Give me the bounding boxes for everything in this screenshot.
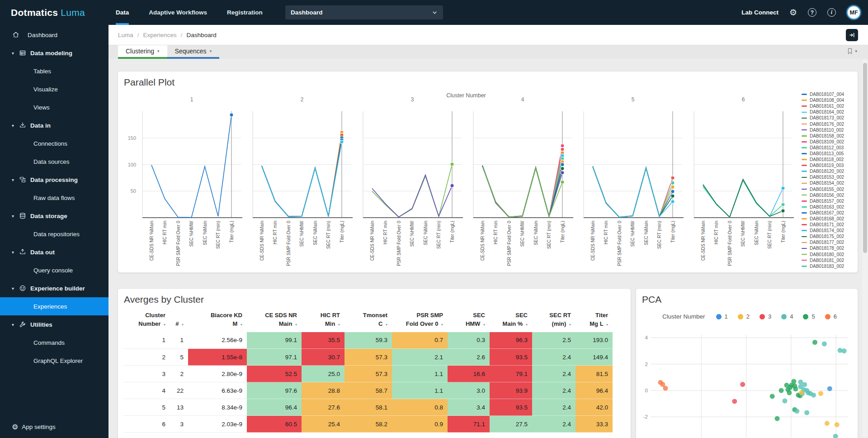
legend-item[interactable]: DAB018167_002 <box>802 210 858 216</box>
pca-legend-item-1[interactable]: 1 <box>716 313 728 320</box>
column-header-sec-rt-min-[interactable]: SEC RT(min) ▾ <box>532 309 576 332</box>
legend-item[interactable]: DAB018108_004 <box>802 97 858 103</box>
column-header-titer-mg-l[interactable]: TiterMg L ▾ <box>576 309 613 332</box>
sidebar-item-graphql-explorer[interactable]: GraphQL Explorer <box>0 352 108 370</box>
sidebar-item-utilities[interactable]: ▾Utilities <box>0 315 108 333</box>
nav-tab-adaptive-workflows[interactable]: Adaptive Workflows <box>149 0 207 25</box>
sidebar-item-data-repositories[interactable]: Data repositories <box>0 225 108 243</box>
legend-item[interactable]: DAB018178_002 <box>802 245 858 251</box>
legend-item[interactable]: DAB018157_002 <box>802 198 858 204</box>
scrollbar-thumb[interactable] <box>863 63 867 253</box>
pca-legend-item-4[interactable]: 4 <box>781 313 793 320</box>
legend-item[interactable]: DAB018168_002 <box>802 216 858 222</box>
info-icon[interactable]: i <box>827 8 836 17</box>
help-icon[interactable]: ? <box>808 8 816 17</box>
legend-item[interactable]: DAB018181_002 <box>802 257 858 263</box>
sidebar-item-data-processing[interactable]: ▾Data processing <box>0 171 108 189</box>
settings-gear-icon[interactable]: ⚙ <box>789 8 797 17</box>
sort-caret-icon[interactable]: ▾ <box>241 323 242 327</box>
sidebar-item-data-out[interactable]: ▾Data out <box>0 243 108 261</box>
sort-caret-icon[interactable]: ▾ <box>338 323 340 327</box>
legend-item[interactable]: DAB018175_002 <box>802 233 858 239</box>
legend-item[interactable]: DAB018173_002 <box>802 115 858 121</box>
sort-caret-icon[interactable]: ▾ <box>164 323 165 327</box>
user-avatar[interactable]: MF <box>847 5 861 19</box>
column-header-sec-main-[interactable]: SECMain % ▾ <box>490 309 532 332</box>
sidebar-item-data-storage[interactable]: ▾Data storage <box>0 207 108 225</box>
sidebar-item-commands[interactable]: Commands <box>0 333 108 352</box>
sidebar-item-query-console[interactable]: Query console <box>0 261 108 279</box>
sort-caret-icon[interactable]: ▾ <box>295 323 297 327</box>
collapse-panel-button[interactable] <box>846 29 858 41</box>
column-header-tmonset-c[interactable]: TmonsetC ▾ <box>344 309 392 332</box>
sort-caret-icon[interactable]: ▾ <box>526 323 528 327</box>
column-header-sec-hmw[interactable]: SECHMW ▾ <box>448 309 490 332</box>
legend-item[interactable]: DAB018154_002 <box>802 180 858 186</box>
sidebar-item-dashboard[interactable]: Dashboard <box>0 26 108 44</box>
legend-item[interactable]: DAB018153_002 <box>802 174 858 180</box>
column-header-psr-smp-fold-over-0[interactable]: PSR SMPFold Over 0 ▾ <box>392 309 448 332</box>
legend-item[interactable]: DAB018174_002 <box>802 228 858 233</box>
legend-swatch <box>802 112 807 113</box>
sidebar-item-tables[interactable]: Tables <box>0 62 108 80</box>
axis-label: CE-SDS NR %Main <box>480 221 485 261</box>
sidebar-item-connections[interactable]: Connections <box>0 134 108 152</box>
sort-caret-icon[interactable]: ▾ <box>569 323 571 327</box>
column-header-ce-sds-nr-main[interactable]: CE SDS NRMain ▾ <box>247 309 302 332</box>
lab-connect-link[interactable]: Lab Connect <box>741 9 778 16</box>
nav-tab-data[interactable]: Data <box>116 0 129 25</box>
breadcrumb-experiences[interactable]: Experiences <box>143 32 177 38</box>
tab-clustering[interactable]: Clustering▾ <box>118 45 167 59</box>
sort-caret-icon[interactable]: ▾ <box>182 323 184 327</box>
bookmark-button[interactable]: ▾ <box>847 48 857 55</box>
column-header-biacore-kd-m[interactable]: Biacore KDM ▾ <box>188 309 247 332</box>
breadcrumb-luma[interactable]: Luma <box>118 32 133 38</box>
legend-item[interactable]: DAB018110_002 <box>802 127 858 133</box>
sidebar-item-experience-builder[interactable]: ▾Experience builder <box>0 279 108 297</box>
legend-item[interactable]: DAB018176_002 <box>802 121 858 127</box>
column-header-hic-rt-min[interactable]: HIC RTMin ▾ <box>302 309 344 332</box>
legend-item[interactable]: DAB018113_005 <box>802 151 858 157</box>
sidebar-item-label: Data repositories <box>33 231 80 238</box>
legend-item[interactable]: DAB018171_002 <box>802 222 858 228</box>
pca-legend-item-6[interactable]: 6 <box>825 313 837 320</box>
content-scrollbar <box>862 59 868 438</box>
legend-item[interactable]: DAB018107_004 <box>802 91 858 97</box>
gear-icon: ⚙ <box>12 423 18 431</box>
tab-sequences[interactable]: Sequences▾ <box>167 45 220 59</box>
legend-item[interactable]: DAB018109_002 <box>802 139 858 145</box>
legend-item[interactable]: DAB018163_002 <box>802 204 858 210</box>
sidebar-item-experiences[interactable]: Experiences <box>0 297 108 315</box>
legend-item[interactable]: DAB018177_002 <box>802 239 858 245</box>
column-header--[interactable]: # ▾ <box>170 309 188 332</box>
legend-item[interactable]: DAB018161_002 <box>802 103 858 109</box>
column-header-cluster-number[interactable]: ClusterNumber ▾ <box>123 309 170 332</box>
legend-item[interactable]: DAB018119_003 <box>802 162 858 168</box>
legend-item[interactable]: DAB018118_002 <box>802 157 858 162</box>
legend-item[interactable]: DAB018180_002 <box>802 252 858 257</box>
sidebar-item-visualize[interactable]: Visualize <box>0 80 108 98</box>
legend-item[interactable]: DAB018112_003 <box>802 145 858 151</box>
sidebar-item-app-settings[interactable]: ⚙ App settings <box>0 418 108 435</box>
legend-item[interactable]: DAB018158_002 <box>802 133 858 139</box>
sidebar-item-data-modeling[interactable]: ▾Data modeling <box>0 44 108 62</box>
nav-tab-registration[interactable]: Registration <box>227 0 263 25</box>
legend-item[interactable]: DAB018155_002 <box>802 186 858 192</box>
sort-caret-icon[interactable]: ▾ <box>386 323 387 327</box>
legend-item[interactable]: DAB018164_002 <box>802 109 858 115</box>
sort-caret-icon[interactable]: ▾ <box>606 323 608 327</box>
sort-caret-icon[interactable]: ▾ <box>483 323 485 327</box>
sidebar-item-views[interactable]: Views <box>0 98 108 116</box>
pca-legend-item-5[interactable]: 5 <box>803 313 815 320</box>
sidebar-item-raw-data-flows[interactable]: Raw data flows <box>0 189 108 207</box>
dashboard-view-selector[interactable]: Dashboard <box>285 5 443 19</box>
pca-legend-item-3[interactable]: 3 <box>760 313 771 320</box>
brand-logo[interactable]: Dotmatics Luma <box>11 0 85 25</box>
pca-legend-item-2[interactable]: 2 <box>738 313 750 320</box>
legend-item[interactable]: DAB018183_002 <box>802 263 858 269</box>
sidebar-item-data-sources[interactable]: Data sources <box>0 152 108 171</box>
sort-caret-icon[interactable]: ▾ <box>441 323 443 327</box>
legend-item[interactable]: DAB018120_002 <box>802 168 858 174</box>
legend-item[interactable]: DAB018156_002 <box>802 192 858 198</box>
sidebar-item-data-in[interactable]: ▾Data in <box>0 116 108 134</box>
